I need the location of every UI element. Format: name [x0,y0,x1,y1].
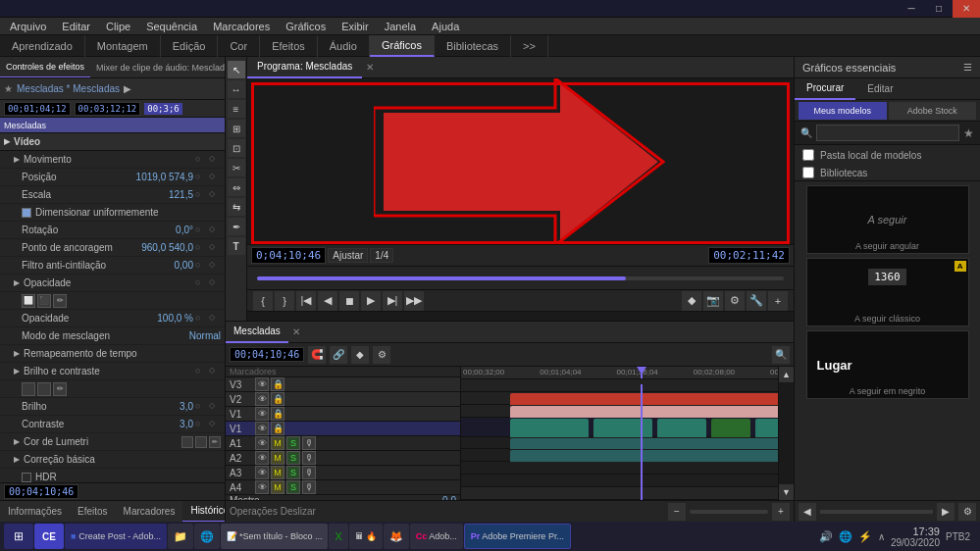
timeline-tab-mescladas[interactable]: Mescladas [226,322,288,343]
tool-rate-stretch[interactable]: ⊡ [228,139,245,157]
reset-ancora[interactable]: ○ [195,242,207,254]
brilho-pen2[interactable] [37,382,51,396]
menu-clipe[interactable]: Clipe [98,18,138,35]
bottom-tab-efeitos[interactable]: Efeitos [70,501,116,523]
taskbar-calculator[interactable]: 🖩 🔥 [349,524,383,549]
graphic-item-classico[interactable]: 1360 A seguir clássico A [806,258,969,326]
check-bibliotecas[interactable] [802,167,814,178]
taskbar-notepad[interactable]: 📝 *Sem título - Bloco ... [221,524,329,549]
reset-contraste[interactable]: ○ [195,419,207,430]
track-eye-v2[interactable]: 👁 [255,392,269,406]
btn-settings[interactable]: ⚙ [725,291,745,311]
track-eye-v1a[interactable]: 👁 [255,422,269,435]
track-solo-a3[interactable]: S [286,466,300,479]
tab-audio[interactable]: Áudio [318,35,370,57]
lumetri-pencil[interactable]: ✏ [209,436,221,448]
value-opacidade[interactable]: 100,0 % [157,313,193,324]
value-brilho[interactable]: 3,0 [180,401,193,412]
track-mute-a3[interactable]: M [271,466,284,479]
tool-select[interactable]: ↖ [228,61,245,78]
track-mute-a2[interactable]: M [271,451,284,465]
tray-expand[interactable]: ∧ [878,531,885,542]
reset-filtro[interactable]: ○ [195,260,207,272]
monitor-zoom[interactable]: 1/4 [370,248,393,263]
menu-sequencia[interactable]: Sequência [138,18,205,35]
menu-editar[interactable]: Editar [54,18,98,35]
tool-slip[interactable]: ⇔ [228,178,245,196]
btn-meus-modelos[interactable]: Meus modelos [799,102,887,120]
check-local-pasta[interactable] [802,149,814,161]
track-lock-v1[interactable]: 🔒 [271,407,284,421]
right-tab-procurar[interactable]: Procurar [795,78,855,100]
tab-efeitos[interactable]: Efeitos [260,35,318,57]
right-panel-settings[interactable]: ⚙ [958,503,976,521]
value-escala[interactable]: 121,5 [169,189,193,200]
lumetri-pen1[interactable] [181,436,193,448]
reset-opacidade-h[interactable]: ○ [195,277,207,289]
taskbar-browser[interactable]: 🌐 [194,524,220,549]
btn-play-back[interactable]: ◀ [318,291,337,311]
tool-roll[interactable]: ⊞ [228,120,245,137]
lumetri-pen2[interactable] [195,436,207,448]
bottom-tab-marcadores[interactable]: Marcadores [116,501,183,523]
taskbar-premiere[interactable]: Pr Adobe Premiere Pr... [464,524,571,549]
opacity-pen1[interactable]: ⬜ [22,294,35,308]
track-lock-v1a[interactable]: 🔒 [271,422,284,435]
checkbox-hdr[interactable] [22,473,31,482]
keyframe-ancora[interactable]: ◇ [209,242,221,254]
track-lock-v2[interactable]: 🔒 [271,392,284,406]
monitor-close[interactable]: ✕ [366,62,374,73]
track-solo-a4[interactable]: S [286,480,300,494]
tl-scroll-down[interactable]: ▼ [779,484,794,500]
reset-rotacao[interactable]: ○ [195,225,207,236]
bottom-tab-historico[interactable]: Histórico [182,501,225,523]
tool-ripple[interactable]: ≡ [228,100,245,118]
tab-expand[interactable]: >> [511,35,548,57]
keyframe-rotacao[interactable]: ◇ [209,225,221,236]
taskbar-creative-cloud[interactable]: Cc Adob... [410,524,463,549]
graphic-item-negrito[interactable]: Lugar A seguir em negrito [806,330,969,399]
tab-bibliotecas[interactable]: Bibliotecas [435,35,511,57]
taskbar-firefox[interactable]: 🦊 [384,524,409,549]
checkbox-dimensionar[interactable] [22,208,31,218]
start-button[interactable]: ⊞ [4,524,33,549]
btn-adobe-stock[interactable]: Adobe Stock [889,102,977,120]
subtab-mixer[interactable]: Mixer de clipe de áudio: Mescladas [90,57,225,78]
menu-arquivo[interactable]: Arquivo [2,18,54,35]
track-mic-a2[interactable]: 🎙 [302,451,316,465]
timeline-ruler[interactable]: 00;00;32;00 00;01;04;04 00;01;36;04 00;0… [461,367,778,379]
section-video-header[interactable]: ▶ Vídeo [0,133,225,151]
monitor-adjust[interactable]: Ajustar [328,248,368,263]
value-filtro[interactable]: 0,00 [175,260,193,271]
btn-stop[interactable]: ⏹ [339,291,359,311]
value-posicao[interactable]: 1019,0 574,9 [136,172,193,182]
track-lock-v3[interactable]: 🔒 [271,377,284,391]
btn-step-back[interactable]: |◀ [296,291,316,311]
track-solo-a2[interactable]: S [286,451,300,465]
taskbar-ce[interactable]: CE [34,524,64,549]
track-mic-a3[interactable]: 🎙 [302,466,316,479]
btn-add-marker[interactable]: ◆ [682,291,701,311]
menu-janela[interactable]: Janela [377,18,424,35]
close-btn[interactable]: ✕ [953,0,980,18]
right-panel-menu[interactable]: ☰ [963,62,972,73]
tab-montagem[interactable]: Montagem [85,35,161,57]
reset-movimento[interactable]: ○ [195,154,207,166]
tab-graficos[interactable]: Gráficos [370,35,435,57]
tl-btn-magnet[interactable]: 🧲 [308,346,326,364]
value-modo[interactable]: Normal [189,330,221,341]
value-contraste[interactable]: 3,0 [180,419,193,429]
track-eye-a1[interactable]: 👁 [255,436,269,450]
track-eye-a4[interactable]: 👁 [255,480,269,494]
track-eye-v3[interactable]: 👁 [255,377,269,391]
tool-track-select[interactable]: ↔ [228,80,245,98]
minimize-btn[interactable]: ─ [898,0,925,18]
btn-play[interactable]: ▶ [361,291,381,311]
tl-btn-settings[interactable]: ⚙ [373,346,390,364]
keyframe-opacidade[interactable]: ◇ [209,313,221,325]
tl-zoom-in[interactable]: + [772,503,790,521]
right-tab-editar[interactable]: Editar [855,78,904,100]
brilho-pen1[interactable] [22,382,35,396]
keyframe-escala[interactable]: ◇ [209,189,221,201]
btn-step-fwd[interactable]: ▶| [383,291,402,311]
